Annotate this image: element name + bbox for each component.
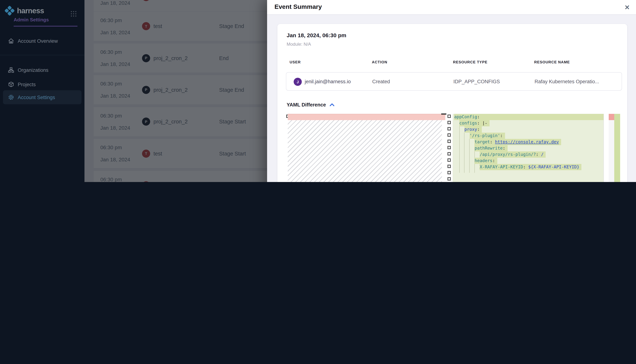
diff-line-marker xyxy=(448,114,451,118)
yaml-difference-label: YAML Difference xyxy=(287,102,326,108)
yaml-token: : xyxy=(490,139,495,144)
yaml-token: appConfig xyxy=(454,114,477,119)
yaml-code-line: proxy: xyxy=(453,126,603,133)
sidebar-item-projects[interactable]: Projects xyxy=(3,77,82,91)
diff-line-marker xyxy=(448,133,451,137)
diff-line-marker xyxy=(448,140,451,143)
harness-logo-icon xyxy=(5,6,14,16)
yaml-token: '/rs-plugin' xyxy=(470,133,500,138)
yaml-token: |- xyxy=(482,120,487,126)
event-user: jenil.jain@harness.io xyxy=(305,79,351,84)
diff-line-marker xyxy=(448,127,451,130)
yaml-token: : xyxy=(477,120,482,126)
yaml-token: : xyxy=(536,152,541,157)
diff-line-marker xyxy=(448,165,451,168)
column-header-resource-type: RESOURCE TYPE xyxy=(453,60,488,64)
editor-border xyxy=(603,114,604,182)
cube-icon xyxy=(8,82,14,87)
yaml-code-line: appConfig: xyxy=(453,114,603,120)
yaml-token: : xyxy=(477,127,480,132)
overview-removed-mark xyxy=(609,114,614,120)
module-grid-icon[interactable] xyxy=(71,11,76,16)
diff-line-marker xyxy=(448,146,451,149)
event-card: Jan 18, 2024, 06:30 pm Module: N/A USERA… xyxy=(277,24,627,182)
yaml-token: /api/proxy/rs-plugin/? xyxy=(480,152,536,157)
app-viewport: harness Admin Settings Account OverviewO… xyxy=(0,0,636,182)
sidebar: harness Admin Settings Account OverviewO… xyxy=(0,0,85,182)
harness-logo[interactable]: harness xyxy=(5,6,44,16)
yaml-diff-editor[interactable]: appConfig: configs: |- proxy: '/rs-plugi… xyxy=(286,114,620,182)
home-icon xyxy=(8,38,14,44)
column-header-resource-name: RESOURCE NAME xyxy=(534,60,570,64)
event-resource-name: Rafay Kubernetes Operatio... xyxy=(535,79,599,84)
event-table-headers: USERACTIONRESOURCE TYPERESOURCE NAME xyxy=(286,60,622,68)
diff-empty-hatch xyxy=(288,120,442,182)
sidebar-divider xyxy=(0,55,85,55)
yaml-difference-toggle[interactable]: YAML Difference xyxy=(287,102,334,108)
yaml-token: X-RAFAY-API-KEYID xyxy=(480,164,523,170)
event-table-row: J jenil.jain@harness.io Created IDP_APP_… xyxy=(286,72,622,91)
column-header-action: ACTION xyxy=(372,60,387,64)
chevron-up-icon xyxy=(329,103,334,106)
sidebar-item-account-overview[interactable]: Account Overview xyxy=(3,34,82,48)
yaml-code-line: '/rs-plugin': xyxy=(453,133,603,139)
diff-line-marker xyxy=(448,152,451,156)
event-resource-type: IDP_APP_CONFIGS xyxy=(453,79,500,84)
diff-connector-mark xyxy=(441,114,446,114)
yaml-code-line: pathRewrite: xyxy=(453,145,603,152)
yaml-token: : xyxy=(477,114,480,119)
yaml-token: configs xyxy=(459,120,477,126)
yaml-token: target xyxy=(475,139,490,144)
sidebar-item-account-settings[interactable]: Account Settings xyxy=(3,90,82,104)
event-user-avatar: J xyxy=(294,78,302,86)
yaml-token: : xyxy=(523,164,528,170)
diff-line-marker xyxy=(448,158,451,162)
sidebar-item-label: Account Overview xyxy=(18,38,58,44)
event-datetime: Jan 18, 2024, 06:30 pm xyxy=(287,32,346,38)
sidebar-rule xyxy=(14,26,78,26)
event-table: USERACTIONRESOURCE TYPERESOURCE NAME J j… xyxy=(286,60,622,91)
sidebar-item-label: Projects xyxy=(18,82,36,87)
yaml-token: : xyxy=(493,158,495,163)
diff-line-marker xyxy=(448,171,451,174)
gear-icon xyxy=(8,94,14,100)
diff-overview-ruler[interactable] xyxy=(609,114,614,182)
sidebar-item-label: Account Settings xyxy=(18,94,55,100)
yaml-token: / xyxy=(541,152,544,157)
modal-title: Event Summary xyxy=(275,3,322,11)
modal-header: Event Summary ✕ xyxy=(267,0,636,15)
yaml-token: headers xyxy=(475,158,493,163)
diff-line-marker xyxy=(448,121,451,124)
event-action: Created xyxy=(372,79,390,84)
sidebar-item-label: Organizations xyxy=(18,67,49,73)
yaml-code-line: /api/proxy/rs-plugin/?: / xyxy=(453,152,603,158)
yaml-token: https://console.rafay.dev xyxy=(495,139,559,144)
sidebar-subtitle: Admin Settings xyxy=(14,17,49,22)
column-header-user: USER xyxy=(290,60,301,64)
yaml-token: ${X-RAFAY-API-KEYID} xyxy=(528,164,579,170)
diff-gutter xyxy=(448,114,452,182)
diff-added-pane: appConfig: configs: |- proxy: '/rs-plugi… xyxy=(453,114,603,182)
yaml-token: : xyxy=(500,133,503,138)
sidebar-item-organizations[interactable]: Organizations xyxy=(3,63,82,77)
event-summary-modal: Event Summary ✕ Jan 18, 2024, 06:30 pm M… xyxy=(267,0,636,182)
org-chart-icon xyxy=(8,67,14,73)
yaml-code: appConfig: configs: |- proxy: '/rs-plugi… xyxy=(453,114,603,170)
yaml-code-line: X-RAFAY-API-KEYID: ${X-RAFAY-API-KEYID} xyxy=(453,164,603,170)
diff-removed-line xyxy=(288,114,445,120)
yaml-token: : xyxy=(503,146,505,151)
diff-scrollbar[interactable] xyxy=(614,114,620,182)
diff-line-marker xyxy=(448,177,451,180)
close-icon[interactable]: ✕ xyxy=(623,3,631,12)
yaml-token: proxy xyxy=(464,127,477,132)
yaml-token: pathRewrite xyxy=(475,146,503,151)
logo-text: harness xyxy=(17,6,44,15)
yaml-code-line: headers: xyxy=(453,158,603,164)
modal-body: Jan 18, 2024, 06:30 pm Module: N/A USERA… xyxy=(267,15,636,182)
event-module: Module: N/A xyxy=(287,42,311,47)
yaml-code-line: configs: |- xyxy=(453,120,603,126)
yaml-code-line: target: https://console.rafay.dev xyxy=(453,139,603,145)
overview-added-mark xyxy=(614,114,620,182)
